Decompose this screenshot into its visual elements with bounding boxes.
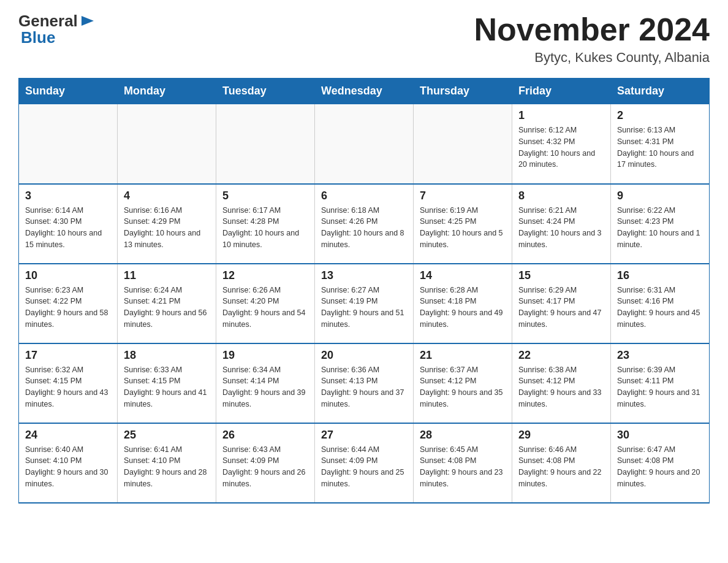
calendar-cell: 18Sunrise: 6:33 AM Sunset: 4:15 PM Dayli… <box>118 343 216 423</box>
calendar-cell: 23Sunrise: 6:39 AM Sunset: 4:11 PM Dayli… <box>611 343 710 423</box>
calendar-cell: 29Sunrise: 6:46 AM Sunset: 4:08 PM Dayli… <box>512 423 611 503</box>
calendar-cell: 27Sunrise: 6:44 AM Sunset: 4:09 PM Dayli… <box>315 423 414 503</box>
calendar-cell <box>414 104 512 184</box>
calendar-cell: 5Sunrise: 6:17 AM Sunset: 4:28 PM Daylig… <box>216 184 315 264</box>
calendar-cell: 7Sunrise: 6:19 AM Sunset: 4:25 PM Daylig… <box>414 184 512 264</box>
calendar-cell: 14Sunrise: 6:28 AM Sunset: 4:18 PM Dayli… <box>414 264 512 343</box>
day-info: Sunrise: 6:13 AM Sunset: 4:31 PM Dayligh… <box>617 124 703 170</box>
day-info: Sunrise: 6:44 AM Sunset: 4:09 PM Dayligh… <box>321 444 407 490</box>
calendar-cell: 2Sunrise: 6:13 AM Sunset: 4:31 PM Daylig… <box>611 104 710 184</box>
day-info: Sunrise: 6:26 AM Sunset: 4:20 PM Dayligh… <box>222 285 308 331</box>
day-info: Sunrise: 6:47 AM Sunset: 4:08 PM Dayligh… <box>617 444 703 490</box>
calendar-cell: 17Sunrise: 6:32 AM Sunset: 4:15 PM Dayli… <box>19 343 118 423</box>
calendar-cell: 6Sunrise: 6:18 AM Sunset: 4:26 PM Daylig… <box>315 184 414 264</box>
day-info: Sunrise: 6:33 AM Sunset: 4:15 PM Dayligh… <box>124 364 210 410</box>
calendar-cell: 4Sunrise: 6:16 AM Sunset: 4:29 PM Daylig… <box>118 184 216 264</box>
day-number: 28 <box>420 429 506 442</box>
day-info: Sunrise: 6:27 AM Sunset: 4:19 PM Dayligh… <box>321 285 407 331</box>
day-info: Sunrise: 6:23 AM Sunset: 4:22 PM Dayligh… <box>25 285 111 331</box>
day-info: Sunrise: 6:19 AM Sunset: 4:25 PM Dayligh… <box>420 205 506 251</box>
calendar-cell: 20Sunrise: 6:36 AM Sunset: 4:13 PM Dayli… <box>315 343 414 423</box>
day-info: Sunrise: 6:18 AM Sunset: 4:26 PM Dayligh… <box>321 205 407 251</box>
calendar-week-row: 10Sunrise: 6:23 AM Sunset: 4:22 PM Dayli… <box>19 264 710 343</box>
column-header-monday: Monday <box>118 79 216 104</box>
day-info: Sunrise: 6:34 AM Sunset: 4:14 PM Dayligh… <box>222 364 308 410</box>
title-block: November 2024 Bytyc, Kukes County, Alban… <box>474 12 710 66</box>
day-number: 20 <box>321 349 407 362</box>
day-number: 15 <box>518 269 604 282</box>
calendar-cell: 24Sunrise: 6:40 AM Sunset: 4:10 PM Dayli… <box>19 423 118 503</box>
day-number: 14 <box>420 269 506 282</box>
calendar-cell: 25Sunrise: 6:41 AM Sunset: 4:10 PM Dayli… <box>118 423 216 503</box>
day-number: 19 <box>222 349 308 362</box>
day-number: 17 <box>25 349 111 362</box>
calendar-cell: 3Sunrise: 6:14 AM Sunset: 4:30 PM Daylig… <box>19 184 118 264</box>
day-info: Sunrise: 6:12 AM Sunset: 4:32 PM Dayligh… <box>518 124 604 170</box>
calendar-week-row: 24Sunrise: 6:40 AM Sunset: 4:10 PM Dayli… <box>19 423 710 503</box>
day-info: Sunrise: 6:29 AM Sunset: 4:17 PM Dayligh… <box>518 285 604 331</box>
logo-arrow-icon <box>79 12 96 29</box>
day-info: Sunrise: 6:40 AM Sunset: 4:10 PM Dayligh… <box>25 444 111 490</box>
day-number: 18 <box>124 349 210 362</box>
calendar-table: SundayMondayTuesdayWednesdayThursdayFrid… <box>18 78 710 504</box>
day-number: 6 <box>321 190 407 202</box>
calendar-cell: 22Sunrise: 6:38 AM Sunset: 4:12 PM Dayli… <box>512 343 611 423</box>
month-title: November 2024 <box>474 12 710 47</box>
calendar-cell: 8Sunrise: 6:21 AM Sunset: 4:24 PM Daylig… <box>512 184 611 264</box>
column-header-thursday: Thursday <box>414 79 512 104</box>
day-info: Sunrise: 6:14 AM Sunset: 4:30 PM Dayligh… <box>25 205 111 251</box>
calendar-week-row: 3Sunrise: 6:14 AM Sunset: 4:30 PM Daylig… <box>19 184 710 264</box>
calendar-cell: 13Sunrise: 6:27 AM Sunset: 4:19 PM Dayli… <box>315 264 414 343</box>
day-number: 1 <box>518 109 604 122</box>
day-number: 21 <box>420 349 506 362</box>
day-info: Sunrise: 6:24 AM Sunset: 4:21 PM Dayligh… <box>124 285 210 331</box>
day-number: 11 <box>124 269 210 282</box>
logo: General Blue <box>18 12 96 45</box>
day-number: 25 <box>124 429 210 442</box>
column-header-saturday: Saturday <box>611 79 710 104</box>
logo-general: General <box>18 13 78 29</box>
day-number: 9 <box>617 190 703 202</box>
page-header: General Blue November 2024 Bytyc, Kukes … <box>18 12 710 66</box>
svg-marker-0 <box>82 16 94 26</box>
day-number: 29 <box>518 429 604 442</box>
calendar-cell: 16Sunrise: 6:31 AM Sunset: 4:16 PM Dayli… <box>611 264 710 343</box>
day-info: Sunrise: 6:43 AM Sunset: 4:09 PM Dayligh… <box>222 444 308 490</box>
day-info: Sunrise: 6:39 AM Sunset: 4:11 PM Dayligh… <box>617 364 703 410</box>
calendar-cell: 30Sunrise: 6:47 AM Sunset: 4:08 PM Dayli… <box>611 423 710 503</box>
day-number: 23 <box>617 349 703 362</box>
calendar-cell <box>216 104 315 184</box>
day-number: 30 <box>617 429 703 442</box>
day-number: 24 <box>25 429 111 442</box>
day-info: Sunrise: 6:41 AM Sunset: 4:10 PM Dayligh… <box>124 444 210 490</box>
day-number: 8 <box>518 190 604 202</box>
day-number: 26 <box>222 429 308 442</box>
calendar-cell <box>118 104 216 184</box>
calendar-cell: 21Sunrise: 6:37 AM Sunset: 4:12 PM Dayli… <box>414 343 512 423</box>
logo-blue: Blue <box>21 28 55 47</box>
day-info: Sunrise: 6:45 AM Sunset: 4:08 PM Dayligh… <box>420 444 506 490</box>
day-info: Sunrise: 6:17 AM Sunset: 4:28 PM Dayligh… <box>222 205 308 251</box>
day-number: 10 <box>25 269 111 282</box>
day-number: 3 <box>25 190 111 202</box>
calendar-cell: 12Sunrise: 6:26 AM Sunset: 4:20 PM Dayli… <box>216 264 315 343</box>
calendar-header-row: SundayMondayTuesdayWednesdayThursdayFrid… <box>19 79 710 104</box>
day-info: Sunrise: 6:31 AM Sunset: 4:16 PM Dayligh… <box>617 285 703 331</box>
calendar-cell <box>315 104 414 184</box>
calendar-cell: 1Sunrise: 6:12 AM Sunset: 4:32 PM Daylig… <box>512 104 611 184</box>
calendar-cell: 9Sunrise: 6:22 AM Sunset: 4:23 PM Daylig… <box>611 184 710 264</box>
calendar-cell: 19Sunrise: 6:34 AM Sunset: 4:14 PM Dayli… <box>216 343 315 423</box>
calendar-week-row: 17Sunrise: 6:32 AM Sunset: 4:15 PM Dayli… <box>19 343 710 423</box>
day-info: Sunrise: 6:38 AM Sunset: 4:12 PM Dayligh… <box>518 364 604 410</box>
day-info: Sunrise: 6:32 AM Sunset: 4:15 PM Dayligh… <box>25 364 111 410</box>
day-number: 2 <box>617 109 703 122</box>
calendar-cell: 15Sunrise: 6:29 AM Sunset: 4:17 PM Dayli… <box>512 264 611 343</box>
column-header-friday: Friday <box>512 79 611 104</box>
day-number: 7 <box>420 190 506 202</box>
day-info: Sunrise: 6:46 AM Sunset: 4:08 PM Dayligh… <box>518 444 604 490</box>
column-header-sunday: Sunday <box>19 79 118 104</box>
day-info: Sunrise: 6:37 AM Sunset: 4:12 PM Dayligh… <box>420 364 506 410</box>
day-number: 22 <box>518 349 604 362</box>
calendar-cell: 10Sunrise: 6:23 AM Sunset: 4:22 PM Dayli… <box>19 264 118 343</box>
day-info: Sunrise: 6:28 AM Sunset: 4:18 PM Dayligh… <box>420 285 506 331</box>
